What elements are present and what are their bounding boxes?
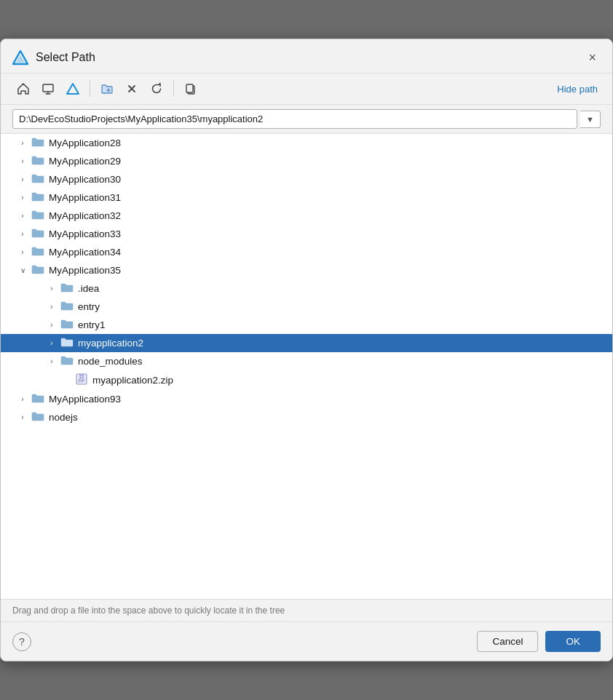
refresh-icon <box>150 82 163 95</box>
tree-item-nodejs[interactable]: › nodejs <box>1 408 612 426</box>
item-label: entry <box>78 301 100 312</box>
item-label: MyApplication28 <box>49 138 121 148</box>
tree-item-app93[interactable]: › MyApplication93 <box>1 390 612 408</box>
chevron-icon: › <box>15 175 30 183</box>
chevron-icon: › <box>15 139 30 147</box>
chevron-icon: › <box>15 212 30 220</box>
item-label: entry1 <box>78 319 106 330</box>
folder-open-icon <box>30 263 46 277</box>
folder-icon <box>30 136 46 150</box>
tree-item-myapplication2-zip[interactable]: ZIP myapplication2.zip <box>1 370 612 390</box>
path-dropdown-button[interactable]: ▼ <box>580 111 601 128</box>
delete-icon <box>125 82 138 95</box>
deveco-button[interactable] <box>62 79 84 98</box>
tree-item-app33[interactable]: › MyApplication33 <box>1 225 612 243</box>
item-label: MyApplication34 <box>49 247 121 258</box>
folder-icon <box>30 245 46 259</box>
cancel-button[interactable]: Cancel <box>477 631 538 652</box>
new-folder-button[interactable] <box>96 79 118 98</box>
deveco-icon <box>66 82 79 95</box>
file-tree[interactable]: › MyApplication28 › MyApplication29 › My… <box>1 134 612 600</box>
folder-icon <box>59 318 75 332</box>
folder-icon <box>30 172 46 186</box>
item-label: .idea <box>78 283 99 294</box>
folder-icon <box>59 300 75 314</box>
folder-icon <box>30 209 46 223</box>
home-button[interactable] <box>12 79 34 98</box>
item-label: myapplication2 <box>78 338 143 349</box>
tree-item-myapplication2[interactable]: › myapplication2 <box>1 334 612 352</box>
tree-item-app29[interactable]: › MyApplication29 <box>1 152 612 170</box>
chevron-icon: › <box>44 321 59 329</box>
home-icon <box>17 82 30 95</box>
folder-icon <box>30 154 46 168</box>
folder-icon <box>30 410 46 424</box>
chevron-icon: › <box>15 248 30 256</box>
folder-icon <box>59 354 75 368</box>
item-label: nodejs <box>49 412 78 423</box>
footer: ? Cancel OK <box>1 622 612 661</box>
copy-path-icon <box>184 82 197 95</box>
chevron-icon: › <box>15 194 30 202</box>
svg-rect-5 <box>186 84 193 92</box>
tree-item-app30[interactable]: › MyApplication30 <box>1 170 612 188</box>
copy-path-button[interactable] <box>180 79 202 98</box>
tree-item-app34[interactable]: › MyApplication34 <box>1 243 612 261</box>
chevron-icon: › <box>44 339 59 347</box>
item-label: MyApplication29 <box>49 156 121 167</box>
delete-button[interactable] <box>121 79 143 98</box>
tree-item-app35[interactable]: ∨ MyApplication35 <box>1 261 612 279</box>
svg-text:ZIP: ZIP <box>78 378 84 383</box>
folder-icon <box>30 392 46 406</box>
title-bar-left: Select Path <box>12 49 95 65</box>
tree-item-app31[interactable]: › MyApplication31 <box>1 188 612 207</box>
zip-icon: ZIP <box>74 373 90 388</box>
path-input[interactable] <box>12 109 577 129</box>
tree-item-entry1[interactable]: › entry1 <box>1 316 612 334</box>
path-bar: ▼ <box>1 105 612 134</box>
tree-item-entry[interactable]: › entry <box>1 298 612 316</box>
tree-item-idea[interactable]: › .idea <box>1 279 612 298</box>
svg-marker-3 <box>67 84 79 94</box>
svg-rect-7 <box>79 374 84 376</box>
chevron-icon: › <box>44 303 59 311</box>
chevron-expanded-icon: ∨ <box>15 266 30 274</box>
toolbar-separator-2 <box>173 81 174 97</box>
folder-icon <box>30 191 46 204</box>
item-label: MyApplication93 <box>49 394 121 405</box>
chevron-icon: › <box>15 395 30 403</box>
tree-item-node-modules[interactable]: › node_modules <box>1 352 612 370</box>
app-logo-icon <box>12 49 28 65</box>
help-button[interactable]: ? <box>12 632 31 651</box>
hide-path-button[interactable]: Hide path <box>554 82 601 96</box>
item-label: MyApplication35 <box>49 265 121 276</box>
drag-hint: Drag and drop a file into the space abov… <box>1 600 612 622</box>
monitor-icon <box>41 82 55 95</box>
folder-icon <box>59 336 75 350</box>
chevron-icon: › <box>15 413 30 421</box>
close-button[interactable]: × <box>584 49 601 65</box>
item-label: MyApplication31 <box>49 192 121 203</box>
desktop-button[interactable] <box>37 79 59 98</box>
title-bar: Select Path × <box>1 39 612 73</box>
select-path-dialog: Select Path × <box>0 39 613 661</box>
ok-button[interactable]: OK <box>545 631 601 652</box>
item-label: node_modules <box>78 356 143 367</box>
toolbar-separator-1 <box>90 81 90 97</box>
refresh-button[interactable] <box>146 79 167 98</box>
footer-buttons: Cancel OK <box>477 631 601 652</box>
chevron-icon: › <box>15 157 30 165</box>
tree-item-app28[interactable]: › MyApplication28 <box>1 134 612 152</box>
folder-icon <box>59 282 75 295</box>
chevron-icon: › <box>44 357 59 365</box>
item-label: MyApplication30 <box>49 174 121 185</box>
item-label: MyApplication33 <box>49 228 121 239</box>
new-folder-icon <box>100 82 114 95</box>
item-label: myapplication2.zip <box>92 375 173 386</box>
folder-icon <box>30 227 46 241</box>
tree-item-app32[interactable]: › MyApplication32 <box>1 207 612 225</box>
svg-rect-2 <box>43 84 53 92</box>
item-label: MyApplication32 <box>49 210 121 221</box>
chevron-icon: › <box>15 230 30 238</box>
toolbar: Hide path <box>1 73 612 105</box>
